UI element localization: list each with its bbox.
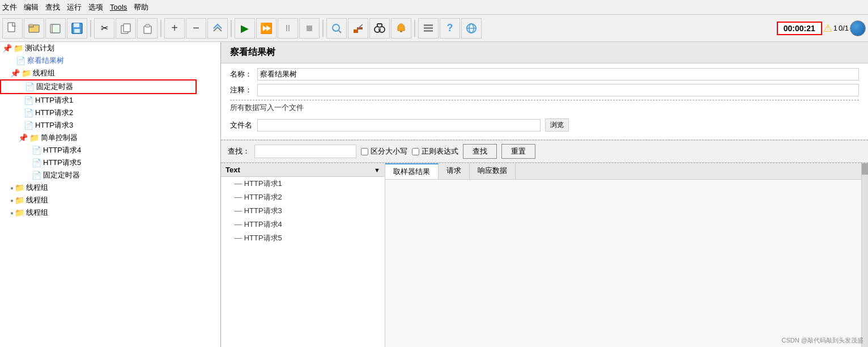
- search-tool2-button[interactable]: [348, 18, 368, 39]
- help-button[interactable]: ?: [440, 18, 460, 39]
- result-item-http3[interactable]: HTTP请求3: [221, 204, 385, 218]
- menu-options[interactable]: 选项: [88, 2, 103, 12]
- case-sensitive-label: 区分大小写: [371, 146, 407, 156]
- expand-circle: ●: [10, 197, 14, 204]
- tree-item-thread-group4[interactable]: ● 📁 线程组: [0, 206, 220, 219]
- progress-display: 0/1: [839, 24, 849, 32]
- search-tool-button[interactable]: [326, 18, 347, 39]
- globe-button[interactable]: [850, 20, 866, 36]
- tree-item-label: HTTP请求4: [43, 145, 81, 155]
- browse-button[interactable]: 浏览: [545, 119, 569, 132]
- file-icon: 📄: [24, 108, 33, 117]
- dropdown-arrow-icon[interactable]: ▼: [374, 167, 380, 174]
- sep1: [90, 20, 91, 37]
- regex-label: 正则表达式: [422, 146, 458, 156]
- name-row: 名称：: [230, 68, 859, 81]
- name-input[interactable]: [257, 68, 859, 81]
- dropdown-label: Text: [225, 166, 372, 174]
- folder-icon: 📁: [15, 183, 24, 192]
- tree-item-simple-controller[interactable]: 📌 📁 简单控制器: [0, 132, 220, 144]
- result-list-items: HTTP请求1 HTTP请求2 HTTP请求3 HTTP请求4 HTTP请求5: [221, 177, 385, 347]
- tree-item-label: 固定定时器: [36, 82, 73, 92]
- search-input[interactable]: [254, 145, 356, 158]
- folder-icon: 📁: [15, 196, 24, 205]
- file-icon: 📄: [24, 96, 33, 105]
- menu-tools[interactable]: Tools: [110, 3, 127, 11]
- run-all-button[interactable]: ⏩: [256, 18, 276, 39]
- stop-button[interactable]: ⏹: [299, 18, 320, 39]
- tree-item-http1[interactable]: 📄 HTTP请求1: [0, 94, 220, 107]
- regex-checkbox[interactable]: [412, 148, 419, 155]
- remove-button[interactable]: −: [186, 18, 206, 39]
- list-button[interactable]: [418, 18, 439, 39]
- result-content: [385, 180, 861, 347]
- tree-item-label: 固定定时器: [43, 170, 80, 180]
- tree-item-fixed-timer2[interactable]: 📄 固定定时器: [0, 169, 220, 181]
- filename-label: 文件名: [230, 120, 253, 130]
- reset-button[interactable]: 重置: [501, 144, 535, 159]
- tab-sampler-result[interactable]: 取样器结果: [385, 163, 439, 179]
- tree-item-http4[interactable]: 📄 HTTP请求4: [0, 144, 220, 156]
- scroll-indicator: [861, 163, 868, 347]
- folder-icon: 📁: [15, 208, 24, 217]
- binoculars-button[interactable]: [369, 18, 390, 39]
- paste-button[interactable]: [137, 18, 158, 39]
- menu-run[interactable]: 运行: [67, 2, 82, 12]
- search-button[interactable]: 查找: [463, 144, 497, 159]
- add-button[interactable]: +: [164, 18, 185, 39]
- folder-icon: 📁: [29, 133, 39, 142]
- expand-button[interactable]: [207, 18, 228, 39]
- result-detail: 取样器结果 请求 响应数据: [385, 163, 861, 347]
- tab-response-data[interactable]: 响应数据: [470, 163, 516, 179]
- tree-panel: 📌 📁 测试计划 📄 察看结果树 📌 📁 线程组 📄 固定定时器 📄 HTTP请…: [0, 42, 221, 347]
- search-bar: 查找： 区分大小写 正则表达式 查找 重置: [221, 141, 868, 163]
- expand-circle: ●: [10, 210, 14, 216]
- menu-file[interactable]: 文件: [2, 2, 17, 12]
- svg-rect-26: [424, 24, 433, 26]
- sep5: [414, 20, 415, 37]
- remote-button[interactable]: [461, 18, 482, 39]
- menu-edit[interactable]: 编辑: [24, 2, 39, 12]
- result-item-http2[interactable]: HTTP请求2: [221, 191, 385, 204]
- tree-item-label: 线程组: [26, 195, 48, 205]
- scroll-thumb[interactable]: [862, 163, 868, 175]
- tree-item-test-plan[interactable]: 📌 📁 测试计划: [0, 42, 220, 54]
- open-button[interactable]: [24, 18, 44, 39]
- file-icon: 📄: [16, 56, 25, 65]
- tree-item-result-tree[interactable]: 📄 察看结果树: [0, 54, 220, 67]
- tree-item-http5[interactable]: 📄 HTTP请求5: [0, 156, 220, 169]
- pause-button[interactable]: ⏸: [278, 18, 298, 39]
- svg-rect-5: [52, 24, 60, 33]
- cut-button[interactable]: ✂: [94, 18, 114, 39]
- warn-count: 1: [833, 24, 837, 32]
- run-button[interactable]: ▶: [235, 18, 255, 39]
- tree-item-thread-group3[interactable]: ● 📁 线程组: [0, 194, 220, 206]
- result-item-http1[interactable]: HTTP请求1: [221, 177, 385, 191]
- result-item-http5[interactable]: HTTP请求5: [221, 231, 385, 245]
- menu-help[interactable]: 帮助: [134, 2, 148, 12]
- bell-button[interactable]: [391, 18, 411, 39]
- tree-item-fixed-timer1[interactable]: 📄 固定定时器: [0, 79, 197, 94]
- comment-row: 注释：: [230, 84, 859, 96]
- templates-button[interactable]: [45, 18, 66, 39]
- tree-item-label: 察看结果树: [27, 56, 64, 66]
- tree-item-label: HTTP请求3: [35, 120, 73, 130]
- tree-item-http3[interactable]: 📄 HTTP请求3: [0, 119, 220, 132]
- tree-item-thread-group1[interactable]: 📌 📁 线程组: [0, 67, 220, 79]
- copy-button[interactable]: [116, 18, 136, 39]
- menu-find[interactable]: 查找: [45, 2, 60, 12]
- svg-rect-7: [74, 23, 79, 27]
- right-panel: 察看结果树 名称： 注释： 所有数据写入一个文件 文件名 浏览: [221, 42, 868, 347]
- tree-item-thread-group2[interactable]: ● 📁 线程组: [0, 181, 220, 194]
- case-sensitive-checkbox[interactable]: [361, 148, 368, 155]
- filename-input[interactable]: [257, 119, 541, 132]
- svg-rect-21: [378, 27, 381, 29]
- expand-circle: ●: [10, 185, 14, 191]
- new-button[interactable]: [2, 18, 23, 39]
- comment-input[interactable]: [257, 84, 859, 96]
- result-item-http4[interactable]: HTTP请求4: [221, 218, 385, 231]
- save-button[interactable]: [67, 18, 87, 39]
- tab-request[interactable]: 请求: [439, 163, 470, 179]
- tree-item-label: 线程组: [33, 68, 55, 78]
- tree-item-http2[interactable]: 📄 HTTP请求2: [0, 107, 220, 119]
